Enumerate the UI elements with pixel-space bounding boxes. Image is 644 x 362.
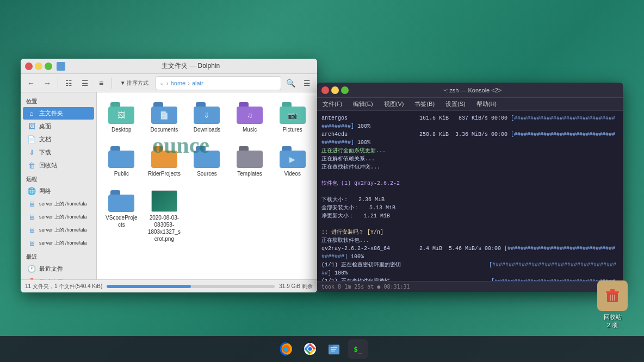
- home-icon: ⌂: [27, 109, 36, 117]
- breadcrumb-sep-2: ›: [188, 80, 190, 86]
- breadcrumb-item-home[interactable]: home: [171, 80, 186, 86]
- dolphin-toolbar: ← → ☷ ☰ ≡ ▼ 排序方式 ⌄ › home › alair 🔍 ☰: [21, 74, 317, 92]
- firefox-svg: [278, 341, 294, 357]
- konsole-menu-file[interactable]: 文件(F): [320, 99, 344, 109]
- konsole-window-controls: [321, 86, 349, 94]
- breadcrumb-sep-1: ›: [166, 80, 169, 86]
- sidebar-item-downloads[interactable]: ⇓ 下载: [23, 146, 94, 159]
- konsole-menu-edit[interactable]: 编辑(E): [351, 99, 375, 109]
- konsole-menu-settings[interactable]: 设置(S): [443, 99, 468, 109]
- sidebar-item-recent-files[interactable]: 🕐 最近文件: [23, 263, 94, 275]
- file-screenshot[interactable]: 2020-08-03-083058-1803x1327_scrot.png: [145, 186, 184, 247]
- trash-icon: 🗑: [27, 161, 36, 170]
- konsole-terminal-content[interactable]: antergos 161.6 KiB 837 KiB/s 00:00 [####…: [317, 111, 623, 281]
- grid-view-button[interactable]: ☷: [61, 76, 76, 90]
- detail-view-button[interactable]: ≡: [94, 76, 108, 90]
- terminal-line: :: 进行安装吗？ [Y/n]: [321, 228, 618, 236]
- sidebar-item-network-label: 网络: [39, 187, 51, 195]
- breadcrumb-item-alair[interactable]: alair: [192, 80, 203, 86]
- konsole-statusbar: took 8 1m 25s at ● 08:31:31: [317, 281, 623, 292]
- search-button[interactable]: 🔍: [283, 76, 298, 90]
- sidebar-item-server-1[interactable]: 🖥 server 上的 /home/ala: [23, 198, 94, 210]
- sidebar-item-desktop[interactable]: 🖼 桌面: [23, 120, 94, 133]
- folder-icon-sources: [194, 146, 220, 168]
- taskbar-terminal[interactable]: $_: [348, 339, 368, 359]
- file-pictures[interactable]: 📷 Pictures: [273, 98, 312, 138]
- svg-rect-13: [329, 345, 333, 347]
- sidebar-item-home[interactable]: ⌂ 主文件夹: [23, 107, 94, 120]
- section-title-remote: 远程: [21, 172, 96, 184]
- taskbar-files[interactable]: [324, 339, 344, 359]
- sort-button[interactable]: ▼ 排序方式: [115, 76, 153, 90]
- konsole-window: ~: zsh — Konsole <2> 文件(F) 编辑(E) 视图(V) 书…: [317, 83, 623, 292]
- list-view-button[interactable]: ☰: [78, 76, 92, 90]
- konsole-close-button[interactable]: [321, 86, 329, 94]
- sidebar-item-documents-label: 文档: [39, 135, 51, 143]
- minimize-button[interactable]: [35, 63, 42, 70]
- folder-icon-desktop: 🖼: [108, 102, 134, 124]
- file-name-documents: Documents: [151, 126, 178, 133]
- svg-rect-1: [606, 291, 619, 293]
- konsole-menu-help[interactable]: 帮助(H): [474, 99, 499, 109]
- desktop: 主文件夹 — Dolphin ← → ☷ ☰ ≡ ▼ 排序方式 ⌄ › home…: [0, 0, 644, 362]
- breadcrumb-bar[interactable]: ⌄ › home › alair: [156, 76, 281, 90]
- file-sources[interactable]: Sources: [188, 142, 226, 182]
- sidebar-item-server-3[interactable]: 🖥 server 上的 /home/ala: [23, 224, 94, 236]
- sidebar-item-trash[interactable]: 🗑 回收站: [23, 159, 94, 172]
- sidebar-item-recent-places[interactable]: 📍 最近位置: [23, 276, 94, 279]
- file-public[interactable]: Public: [102, 142, 141, 182]
- terminal-line: [321, 188, 618, 196]
- recycle-bin[interactable]: 回收站2 项: [597, 280, 628, 329]
- recycle-bin-label: 回收站2 项: [604, 313, 622, 329]
- konsole-menu-view[interactable]: 视图(V): [382, 99, 406, 109]
- file-videos[interactable]: ▶ Videos: [273, 142, 312, 182]
- main-area: 位置 ⌂ 主文件夹 🖼 桌面 📄 文档 ⇓ 下载 🗑: [21, 92, 317, 279]
- close-button[interactable]: [25, 63, 33, 70]
- storage-progress: [107, 285, 275, 288]
- file-templates[interactable]: Templates: [231, 142, 269, 182]
- terminal-line: 全部安装大小： 5.13 MiB: [321, 204, 618, 212]
- file-downloads[interactable]: ⇓ Downloads: [188, 98, 226, 138]
- file-desktop[interactable]: 🖼 Desktop: [102, 98, 141, 138]
- files-grid: 🖼 Desktop 📄 Documents: [102, 98, 312, 247]
- folder-icon-templates: [237, 146, 263, 168]
- terminal-line: (1/1) 正在查软件包完整性 [#######################…: [321, 277, 618, 281]
- toolbar-separator-1: [58, 78, 58, 89]
- back-button[interactable]: ←: [24, 76, 38, 90]
- svg-point-11: [308, 347, 312, 351]
- folder-icon-riderprojects: [151, 146, 177, 168]
- sidebar-item-network[interactable]: 🌐 网络: [23, 185, 94, 197]
- sidebar-item-documents[interactable]: 📄 文档: [23, 133, 94, 146]
- terminal-line: qv2ray-2.6.2-2-x86_64 2.4 MiB 5.46 MiB/s…: [321, 245, 618, 261]
- hamburger-menu-button[interactable]: ☰: [300, 76, 314, 90]
- konsole-menu-bookmarks[interactable]: 书签(B): [412, 99, 437, 109]
- folder-icon-vscodeprojects: [108, 190, 134, 212]
- file-documents[interactable]: 📄 Documents: [145, 98, 184, 138]
- svg-point-8: [284, 347, 288, 351]
- taskbar-chrome[interactable]: [300, 339, 320, 359]
- server-icon-2: 🖥: [27, 213, 36, 221]
- konsole-titlebar: ~: zsh — Konsole <2>: [317, 83, 623, 98]
- file-music[interactable]: ♫ Music: [231, 98, 269, 138]
- terminal-icon-text: $_: [354, 345, 362, 353]
- folder-icon-music: ♫: [237, 102, 263, 124]
- sidebar-item-server-4[interactable]: 🖥 server 上的 /home/ala: [23, 237, 94, 249]
- terminal-line: [321, 220, 618, 228]
- file-riderprojects[interactable]: RiderProjects: [145, 142, 184, 182]
- forward-button[interactable]: →: [40, 76, 54, 90]
- maximize-button[interactable]: [45, 63, 52, 70]
- terminal-line: (1/1) 正在检查密钥环里的密钥 [#####################…: [321, 261, 618, 277]
- taskbar-firefox[interactable]: [276, 339, 296, 359]
- dolphin-window: 主文件夹 — Dolphin ← → ☷ ☰ ≡ ▼ 排序方式 ⌄ › home…: [21, 59, 317, 292]
- file-vscodeprojects[interactable]: VScodeProjects: [102, 186, 141, 247]
- sidebar-item-server-2[interactable]: 🖥 server 上的 /home/ala: [23, 211, 94, 223]
- sidebar-item-recent-files-label: 最近文件: [39, 265, 63, 273]
- konsole-status-text: took 8 1m 25s at ● 08:31:31: [321, 284, 410, 290]
- recent-files-icon: 🕐: [27, 265, 36, 273]
- konsole-minimize-button[interactable]: [331, 86, 339, 94]
- breadcrumb-home: ⌄: [159, 79, 164, 86]
- storage-progress-fill: [107, 285, 191, 288]
- svg-rect-2: [610, 289, 615, 291]
- konsole-maximize-button[interactable]: [341, 86, 349, 94]
- dolphin-sidebar: 位置 ⌂ 主文件夹 🖼 桌面 📄 文档 ⇓ 下载 🗑: [21, 92, 97, 279]
